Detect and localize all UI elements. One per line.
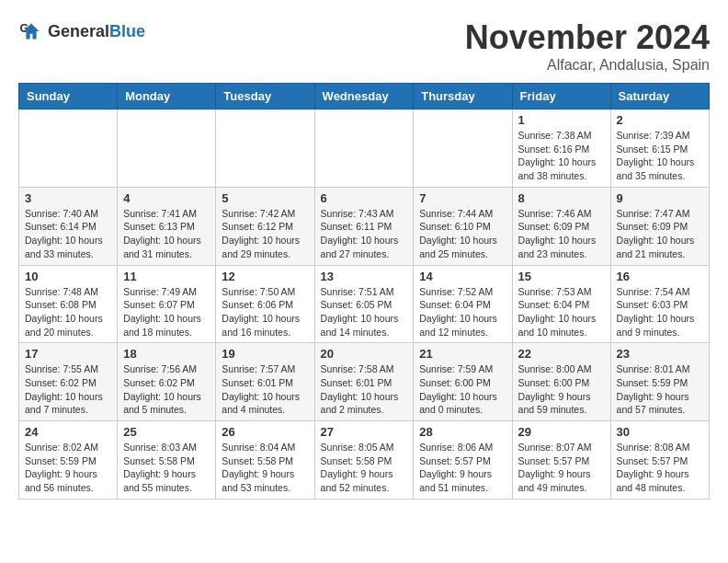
day-number: 19 [222,347,308,361]
calendar-cell: 26Sunrise: 8:04 AM Sunset: 5:58 PM Dayli… [216,421,314,500]
day-number: 3 [25,191,111,205]
day-info: Sunrise: 8:04 AM Sunset: 5:58 PM Dayligh… [222,441,308,495]
day-number: 2 [617,113,703,127]
calendar-cell: 11Sunrise: 7:49 AM Sunset: 6:07 PM Dayli… [118,265,216,343]
day-info: Sunrise: 7:39 AM Sunset: 6:15 PM Dayligh… [617,129,703,183]
day-info: Sunrise: 7:43 AM Sunset: 6:11 PM Dayligh… [321,207,408,261]
day-info: Sunrise: 8:05 AM Sunset: 5:58 PM Dayligh… [321,441,408,495]
calendar-cell: 19Sunrise: 7:57 AM Sunset: 6:01 PM Dayli… [216,343,314,421]
day-number: 8 [518,191,605,205]
day-info: Sunrise: 7:51 AM Sunset: 6:05 PM Dayligh… [321,285,408,339]
day-info: Sunrise: 7:47 AM Sunset: 6:09 PM Dayligh… [617,207,703,261]
calendar-cell: 24Sunrise: 8:02 AM Sunset: 5:59 PM Dayli… [19,421,118,500]
day-info: Sunrise: 7:41 AM Sunset: 6:13 PM Dayligh… [123,207,210,261]
day-number: 28 [419,425,506,439]
day-number: 11 [123,270,210,283]
day-number: 6 [321,191,408,205]
day-number: 18 [123,347,210,361]
calendar-cell: 21Sunrise: 7:59 AM Sunset: 6:00 PM Dayli… [414,343,512,421]
day-info: Sunrise: 8:03 AM Sunset: 5:58 PM Dayligh… [123,441,210,495]
calendar-cell: 16Sunrise: 7:54 AM Sunset: 6:03 PM Dayli… [610,265,709,343]
day-number: 22 [518,347,605,361]
day-info: Sunrise: 8:08 AM Sunset: 5:57 PM Dayligh… [617,441,703,495]
calendar-cell: 3Sunrise: 7:40 AM Sunset: 6:14 PM Daylig… [19,187,118,265]
location-title: Alfacar, Andalusia, Spain [465,57,710,74]
calendar-cell: 8Sunrise: 7:46 AM Sunset: 6:09 PM Daylig… [512,187,610,265]
day-number: 15 [518,270,605,283]
weekday-header-wednesday: Wednesday [314,84,414,109]
calendar-cell [19,109,118,188]
header: G General Blue November 2024 Alfacar, An… [18,18,710,74]
calendar-week-row: 3Sunrise: 7:40 AM Sunset: 6:14 PM Daylig… [19,187,710,265]
weekday-header-row: SundayMondayTuesdayWednesdayThursdayFrid… [19,84,710,109]
day-info: Sunrise: 7:53 AM Sunset: 6:04 PM Dayligh… [518,285,605,339]
day-info: Sunrise: 7:49 AM Sunset: 6:07 PM Dayligh… [123,285,210,339]
day-info: Sunrise: 7:55 AM Sunset: 6:02 PM Dayligh… [25,362,111,417]
day-info: Sunrise: 7:42 AM Sunset: 6:12 PM Dayligh… [222,207,308,261]
logo-general-text: General [48,22,109,41]
calendar-cell: 29Sunrise: 8:07 AM Sunset: 5:57 PM Dayli… [512,421,610,500]
day-number: 5 [222,191,308,205]
calendar-cell: 7Sunrise: 7:44 AM Sunset: 6:10 PM Daylig… [414,187,512,265]
calendar-week-row: 10Sunrise: 7:48 AM Sunset: 6:08 PM Dayli… [19,265,710,343]
day-info: Sunrise: 8:02 AM Sunset: 5:59 PM Dayligh… [25,441,111,495]
weekday-header-saturday: Saturday [610,84,709,109]
day-info: Sunrise: 8:00 AM Sunset: 6:00 PM Dayligh… [518,362,605,417]
calendar-cell: 27Sunrise: 8:05 AM Sunset: 5:58 PM Dayli… [314,421,414,500]
calendar-cell: 30Sunrise: 8:08 AM Sunset: 5:57 PM Dayli… [610,421,709,500]
day-number: 21 [419,347,506,361]
title-area: November 2024 Alfacar, Andalusia, Spain [465,18,710,74]
day-number: 4 [123,191,210,205]
calendar-cell [414,109,512,188]
calendar-cell: 20Sunrise: 7:58 AM Sunset: 6:01 PM Dayli… [314,343,414,421]
logo-icon: G [18,18,44,44]
day-number: 16 [617,270,703,283]
day-info: Sunrise: 7:57 AM Sunset: 6:01 PM Dayligh… [222,362,308,417]
calendar-cell: 28Sunrise: 8:06 AM Sunset: 5:57 PM Dayli… [414,421,512,500]
calendar-cell: 1Sunrise: 7:38 AM Sunset: 6:16 PM Daylig… [512,109,610,188]
weekday-header-monday: Monday [118,84,216,109]
calendar-cell: 2Sunrise: 7:39 AM Sunset: 6:15 PM Daylig… [610,109,709,188]
calendar-cell: 5Sunrise: 7:42 AM Sunset: 6:12 PM Daylig… [216,187,314,265]
calendar-cell: 25Sunrise: 8:03 AM Sunset: 5:58 PM Dayli… [118,421,216,500]
calendar-cell: 23Sunrise: 8:01 AM Sunset: 5:59 PM Dayli… [610,343,709,421]
day-info: Sunrise: 7:59 AM Sunset: 6:00 PM Dayligh… [419,362,506,417]
calendar-week-row: 17Sunrise: 7:55 AM Sunset: 6:02 PM Dayli… [19,343,710,421]
calendar-week-row: 1Sunrise: 7:38 AM Sunset: 6:16 PM Daylig… [19,109,710,188]
day-number: 29 [518,425,605,439]
calendar-cell: 4Sunrise: 7:41 AM Sunset: 6:13 PM Daylig… [118,187,216,265]
calendar-week-row: 24Sunrise: 8:02 AM Sunset: 5:59 PM Dayli… [19,421,710,500]
weekday-header-tuesday: Tuesday [216,84,314,109]
day-info: Sunrise: 7:50 AM Sunset: 6:06 PM Dayligh… [222,285,308,339]
weekday-header-sunday: Sunday [19,84,118,109]
day-number: 12 [222,270,308,283]
calendar-cell: 9Sunrise: 7:47 AM Sunset: 6:09 PM Daylig… [610,187,709,265]
calendar-cell: 10Sunrise: 7:48 AM Sunset: 6:08 PM Dayli… [19,265,118,343]
day-info: Sunrise: 8:01 AM Sunset: 5:59 PM Dayligh… [617,362,703,417]
logo-blue-text: Blue [109,22,145,41]
day-number: 7 [419,191,506,205]
day-info: Sunrise: 7:56 AM Sunset: 6:02 PM Dayligh… [123,362,210,417]
day-info: Sunrise: 8:06 AM Sunset: 5:57 PM Dayligh… [419,441,506,495]
day-number: 17 [25,347,111,361]
day-info: Sunrise: 7:54 AM Sunset: 6:03 PM Dayligh… [617,285,703,339]
weekday-header-thursday: Thursday [414,84,512,109]
day-number: 14 [419,270,506,283]
calendar-table: SundayMondayTuesdayWednesdayThursdayFrid… [18,83,710,500]
calendar-cell [314,109,414,188]
day-number: 20 [321,347,408,361]
logo: G General Blue [18,18,145,44]
day-info: Sunrise: 7:46 AM Sunset: 6:09 PM Dayligh… [518,207,605,261]
day-number: 9 [617,191,703,205]
calendar-cell: 13Sunrise: 7:51 AM Sunset: 6:05 PM Dayli… [314,265,414,343]
calendar-cell: 12Sunrise: 7:50 AM Sunset: 6:06 PM Dayli… [216,265,314,343]
calendar-cell: 22Sunrise: 8:00 AM Sunset: 6:00 PM Dayli… [512,343,610,421]
day-info: Sunrise: 7:48 AM Sunset: 6:08 PM Dayligh… [25,285,111,339]
day-number: 26 [222,425,308,439]
day-info: Sunrise: 7:38 AM Sunset: 6:16 PM Dayligh… [518,129,605,183]
calendar-cell: 18Sunrise: 7:56 AM Sunset: 6:02 PM Dayli… [118,343,216,421]
calendar-cell [118,109,216,188]
calendar-cell: 14Sunrise: 7:52 AM Sunset: 6:04 PM Dayli… [414,265,512,343]
calendar-cell: 15Sunrise: 7:53 AM Sunset: 6:04 PM Dayli… [512,265,610,343]
calendar-cell: 17Sunrise: 7:55 AM Sunset: 6:02 PM Dayli… [19,343,118,421]
